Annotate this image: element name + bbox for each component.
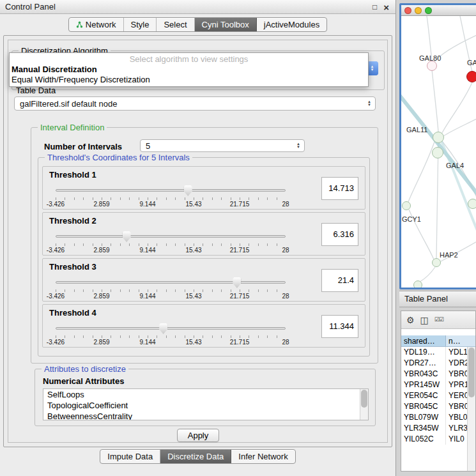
table-row[interactable]: YDR27…YDR2	[401, 358, 475, 369]
tab-network[interactable]: Network	[69, 18, 124, 31]
table-row[interactable]: YBL079WYBL0	[401, 412, 475, 423]
table-row[interactable]: YLR345WYLR3	[401, 423, 475, 434]
slider-ticks	[56, 243, 286, 246]
cell-shared-name: YDL19…	[401, 347, 446, 358]
list-scrollbar[interactable]	[360, 389, 368, 420]
columns-icon[interactable]: ◫	[420, 316, 429, 325]
window-title: Control Panel	[5, 2, 56, 12]
slider-track[interactable]	[56, 281, 286, 284]
tab-infer-network[interactable]: Infer Network	[231, 450, 295, 463]
threshold-value-field[interactable]: 6.316	[321, 223, 358, 246]
cell-shared-name: YER054C	[401, 390, 446, 401]
table-row[interactable]: YPR145WYPR1	[401, 380, 475, 390]
slider-track[interactable]	[56, 189, 286, 192]
algorithm-option[interactable]: Equal Width/Frequency Discretization	[10, 75, 368, 85]
scrollbar-thumb[interactable]	[361, 390, 367, 408]
table-data-combo[interactable]: galFiltered.sif default node ▲▼	[14, 96, 376, 111]
network-node[interactable]	[427, 61, 437, 71]
network-canvas[interactable]: GAL80GAGAL11GAL4GCY1HAP2	[401, 16, 476, 288]
close-traffic-icon[interactable]	[404, 7, 411, 14]
tab-cyni-toolbox[interactable]: Cyni Toolbox	[195, 18, 257, 31]
minimize-traffic-icon[interactable]	[415, 7, 422, 14]
network-node[interactable]	[402, 201, 411, 210]
table-row[interactable]: YBR043CYBR0	[401, 369, 475, 380]
network-node[interactable]	[413, 280, 422, 288]
slider-track[interactable]	[56, 327, 286, 330]
table-scrollbar[interactable]	[467, 347, 475, 471]
slider-ticks	[56, 197, 286, 200]
network-node[interactable]	[433, 132, 444, 143]
tab-label: Select	[164, 20, 187, 29]
number-of-intervals-combo[interactable]: 5 ▲▼	[140, 139, 305, 152]
threshold-slider[interactable]: -3.4262.8599.14415.4321.71528	[56, 231, 286, 255]
column-header-name[interactable]: n…	[446, 335, 475, 346]
table-row[interactable]: YER054CYER0	[401, 390, 475, 401]
network-node[interactable]	[432, 147, 443, 158]
slider-track[interactable]	[56, 235, 286, 238]
threshold-slider[interactable]: -3.4262.8599.14415.4321.71528	[56, 323, 286, 347]
slider-thumb[interactable]	[123, 231, 131, 242]
tab-jactivemodules[interactable]: jActiveModules	[257, 18, 326, 31]
slider-scale-label: 2.859	[93, 247, 109, 254]
combo-arrows-icon: ▲▼	[296, 140, 300, 151]
tab-style[interactable]: Style	[124, 18, 157, 31]
cell-shared-name: YBR045C	[401, 401, 446, 412]
threshold-value-field[interactable]: 11.344	[321, 315, 358, 338]
algorithm-option[interactable]: Manual Discretization	[10, 65, 368, 75]
network-node[interactable]	[466, 71, 476, 82]
slider-thumb[interactable]	[233, 277, 241, 288]
threshold-value-field[interactable]: 21.4	[321, 269, 358, 292]
attributes-group: Attributes to discretize Numerical Attri…	[35, 369, 376, 426]
algorithm-dropdown-popup: Select algorithm to view settings Manual…	[9, 52, 369, 87]
table-data-label: Table Data	[16, 86, 56, 95]
table-panel-titlebar[interactable]: Table Panel	[399, 291, 476, 307]
network-view-window[interactable]: GAL80GAGAL11GAL4GCY1HAP2	[399, 3, 476, 289]
table-panel-window: ⚙◫☑☑ shared… n… YDL19…YDL1YDR27…YDR2YBR0…	[401, 311, 476, 472]
minimize-icon[interactable]: □	[372, 1, 377, 14]
slider-scale-label: 28	[282, 247, 289, 254]
table-row[interactable]: YDL19…YDL1	[401, 347, 475, 358]
network-node-label: HAP2	[440, 251, 458, 259]
tab-select[interactable]: Select	[157, 18, 194, 31]
slider-scale-label: 15.43	[185, 339, 201, 346]
slider-scale-label: 2.859	[93, 339, 109, 346]
network-node[interactable]	[432, 258, 441, 267]
threshold-slider[interactable]: -3.4262.8599.14415.4321.71528	[56, 185, 286, 209]
numerical-attributes-label: Numerical Attributes	[43, 376, 124, 386]
slider-scale-label: 2.859	[93, 293, 109, 300]
attribute-list-item[interactable]: SelfLoops	[43, 389, 368, 400]
threshold-slider[interactable]: -3.4262.8599.14415.4321.71528	[56, 277, 286, 301]
scrollbar-thumb[interactable]	[468, 348, 475, 397]
show-columns-icon[interactable]: ☑☑	[434, 317, 443, 323]
slider-thumb[interactable]	[159, 323, 167, 334]
tab-impute-data[interactable]: Impute Data	[100, 450, 160, 463]
threshold-label: Threshold 2	[49, 216, 96, 226]
window-titlebar[interactable]: Control Panel □ ×	[0, 0, 395, 14]
table-row[interactable]: YIL052CYIL0	[401, 434, 475, 445]
thresholds-group: Threshold's Coordinates for 5 Intervals …	[38, 157, 370, 357]
close-icon[interactable]: ×	[383, 1, 389, 14]
zoom-traffic-icon[interactable]	[425, 7, 432, 14]
attribute-list-item[interactable]: TopologicalCoefficient	[43, 400, 368, 411]
threshold-panel: Threshold 4-3.4262.8599.14415.4321.71528…	[42, 304, 365, 348]
apply-button[interactable]: Apply	[177, 429, 219, 442]
network-node-label: GAL11	[406, 126, 427, 134]
attributes-list[interactable]: SelfLoopsTopologicalCoefficientBetweenne…	[43, 388, 369, 420]
thresholds-group-title: Threshold's Coordinates for 5 Intervals	[45, 153, 192, 162]
column-header-shared-name[interactable]: shared…	[401, 335, 446, 346]
attribute-list-item[interactable]: BetweennessCentrality	[43, 411, 368, 420]
threshold-panel: Threshold 2-3.4262.8599.14415.4321.71528…	[42, 212, 365, 256]
gear-icon[interactable]: ⚙	[406, 316, 415, 325]
slider-scale-label: 21.715	[230, 201, 250, 208]
table-row[interactable]: YBR045CYBR0	[401, 401, 475, 412]
interval-definition-group: Interval Definition Number of Intervals …	[31, 127, 378, 364]
slider-thumb[interactable]	[184, 185, 192, 196]
tab-discretize-data[interactable]: Discretize Data	[160, 450, 231, 463]
table-gap	[401, 329, 475, 335]
top-tab-bar: NetworkStyleSelectCyni ToolboxjActiveMod…	[68, 17, 327, 32]
slider-scale-label: -3.426	[47, 339, 65, 346]
network-window-titlebar[interactable]	[401, 5, 476, 16]
network-node[interactable]	[468, 199, 476, 209]
threshold-value-field[interactable]: 14.713	[321, 177, 358, 200]
slider-scale-label: 28	[282, 201, 289, 208]
